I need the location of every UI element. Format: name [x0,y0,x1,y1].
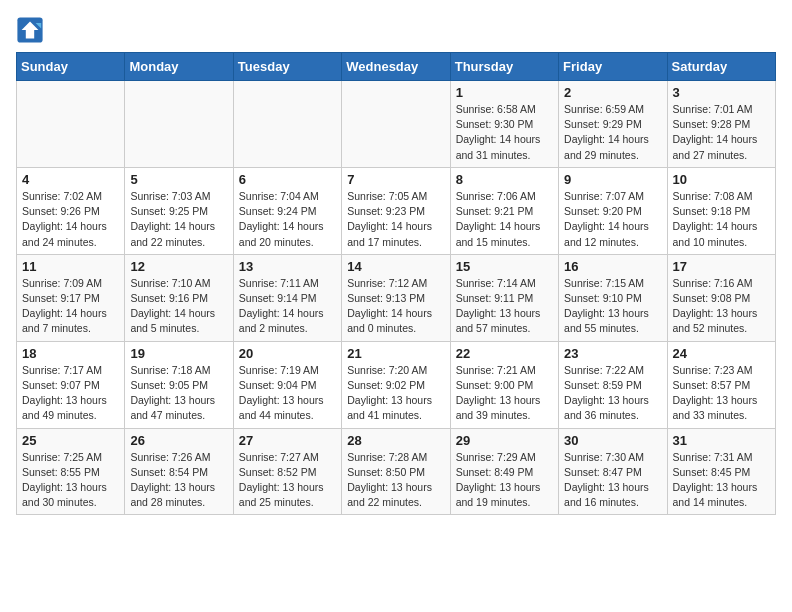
calendar-week-row: 11Sunrise: 7:09 AMSunset: 9:17 PMDayligh… [17,254,776,341]
day-info: Sunrise: 7:09 AMSunset: 9:17 PMDaylight:… [22,276,119,337]
calendar-cell [233,81,341,168]
calendar-cell: 10Sunrise: 7:08 AMSunset: 9:18 PMDayligh… [667,167,775,254]
day-info: Sunrise: 7:03 AMSunset: 9:25 PMDaylight:… [130,189,227,250]
day-number: 30 [564,433,661,448]
calendar-cell: 12Sunrise: 7:10 AMSunset: 9:16 PMDayligh… [125,254,233,341]
day-info: Sunrise: 7:16 AMSunset: 9:08 PMDaylight:… [673,276,770,337]
day-info: Sunrise: 7:19 AMSunset: 9:04 PMDaylight:… [239,363,336,424]
calendar-week-row: 1Sunrise: 6:58 AMSunset: 9:30 PMDaylight… [17,81,776,168]
day-info: Sunrise: 7:23 AMSunset: 8:57 PMDaylight:… [673,363,770,424]
day-info: Sunrise: 7:31 AMSunset: 8:45 PMDaylight:… [673,450,770,511]
day-number: 15 [456,259,553,274]
day-info: Sunrise: 6:58 AMSunset: 9:30 PMDaylight:… [456,102,553,163]
calendar-cell [125,81,233,168]
logo [16,16,48,44]
calendar-cell: 6Sunrise: 7:04 AMSunset: 9:24 PMDaylight… [233,167,341,254]
day-number: 11 [22,259,119,274]
header-row: SundayMondayTuesdayWednesdayThursdayFrid… [17,53,776,81]
weekday-header: Wednesday [342,53,450,81]
calendar-cell: 13Sunrise: 7:11 AMSunset: 9:14 PMDayligh… [233,254,341,341]
calendar-table: SundayMondayTuesdayWednesdayThursdayFrid… [16,52,776,515]
day-info: Sunrise: 7:29 AMSunset: 8:49 PMDaylight:… [456,450,553,511]
day-number: 28 [347,433,444,448]
weekday-header: Tuesday [233,53,341,81]
day-info: Sunrise: 7:08 AMSunset: 9:18 PMDaylight:… [673,189,770,250]
calendar-cell: 3Sunrise: 7:01 AMSunset: 9:28 PMDaylight… [667,81,775,168]
weekday-header: Friday [559,53,667,81]
calendar-cell [342,81,450,168]
calendar-cell: 18Sunrise: 7:17 AMSunset: 9:07 PMDayligh… [17,341,125,428]
day-number: 27 [239,433,336,448]
calendar-cell: 8Sunrise: 7:06 AMSunset: 9:21 PMDaylight… [450,167,558,254]
day-number: 6 [239,172,336,187]
day-number: 23 [564,346,661,361]
day-info: Sunrise: 7:26 AMSunset: 8:54 PMDaylight:… [130,450,227,511]
day-number: 7 [347,172,444,187]
calendar-cell: 20Sunrise: 7:19 AMSunset: 9:04 PMDayligh… [233,341,341,428]
weekday-header: Sunday [17,53,125,81]
day-info: Sunrise: 7:01 AMSunset: 9:28 PMDaylight:… [673,102,770,163]
weekday-header: Monday [125,53,233,81]
day-info: Sunrise: 7:28 AMSunset: 8:50 PMDaylight:… [347,450,444,511]
day-info: Sunrise: 7:11 AMSunset: 9:14 PMDaylight:… [239,276,336,337]
day-number: 1 [456,85,553,100]
day-info: Sunrise: 7:04 AMSunset: 9:24 PMDaylight:… [239,189,336,250]
day-info: Sunrise: 6:59 AMSunset: 9:29 PMDaylight:… [564,102,661,163]
day-number: 17 [673,259,770,274]
day-number: 5 [130,172,227,187]
calendar-cell: 23Sunrise: 7:22 AMSunset: 8:59 PMDayligh… [559,341,667,428]
day-number: 31 [673,433,770,448]
day-info: Sunrise: 7:17 AMSunset: 9:07 PMDaylight:… [22,363,119,424]
calendar-cell: 15Sunrise: 7:14 AMSunset: 9:11 PMDayligh… [450,254,558,341]
day-number: 12 [130,259,227,274]
day-info: Sunrise: 7:15 AMSunset: 9:10 PMDaylight:… [564,276,661,337]
calendar-week-row: 4Sunrise: 7:02 AMSunset: 9:26 PMDaylight… [17,167,776,254]
logo-icon [16,16,44,44]
calendar-cell: 22Sunrise: 7:21 AMSunset: 9:00 PMDayligh… [450,341,558,428]
day-info: Sunrise: 7:14 AMSunset: 9:11 PMDaylight:… [456,276,553,337]
calendar-cell: 17Sunrise: 7:16 AMSunset: 9:08 PMDayligh… [667,254,775,341]
calendar-cell: 26Sunrise: 7:26 AMSunset: 8:54 PMDayligh… [125,428,233,515]
calendar-cell: 25Sunrise: 7:25 AMSunset: 8:55 PMDayligh… [17,428,125,515]
calendar-week-row: 25Sunrise: 7:25 AMSunset: 8:55 PMDayligh… [17,428,776,515]
day-info: Sunrise: 7:05 AMSunset: 9:23 PMDaylight:… [347,189,444,250]
day-info: Sunrise: 7:07 AMSunset: 9:20 PMDaylight:… [564,189,661,250]
calendar-cell: 4Sunrise: 7:02 AMSunset: 9:26 PMDaylight… [17,167,125,254]
day-info: Sunrise: 7:06 AMSunset: 9:21 PMDaylight:… [456,189,553,250]
day-number: 24 [673,346,770,361]
day-info: Sunrise: 7:22 AMSunset: 8:59 PMDaylight:… [564,363,661,424]
day-info: Sunrise: 7:21 AMSunset: 9:00 PMDaylight:… [456,363,553,424]
calendar-cell: 27Sunrise: 7:27 AMSunset: 8:52 PMDayligh… [233,428,341,515]
day-info: Sunrise: 7:12 AMSunset: 9:13 PMDaylight:… [347,276,444,337]
calendar-cell: 16Sunrise: 7:15 AMSunset: 9:10 PMDayligh… [559,254,667,341]
day-number: 19 [130,346,227,361]
calendar-cell [17,81,125,168]
day-number: 20 [239,346,336,361]
day-number: 14 [347,259,444,274]
day-number: 29 [456,433,553,448]
calendar-cell: 31Sunrise: 7:31 AMSunset: 8:45 PMDayligh… [667,428,775,515]
calendar-cell: 1Sunrise: 6:58 AMSunset: 9:30 PMDaylight… [450,81,558,168]
day-number: 4 [22,172,119,187]
page-header [16,16,776,44]
calendar-cell: 11Sunrise: 7:09 AMSunset: 9:17 PMDayligh… [17,254,125,341]
day-info: Sunrise: 7:27 AMSunset: 8:52 PMDaylight:… [239,450,336,511]
day-info: Sunrise: 7:20 AMSunset: 9:02 PMDaylight:… [347,363,444,424]
day-number: 16 [564,259,661,274]
day-number: 8 [456,172,553,187]
day-number: 3 [673,85,770,100]
day-number: 9 [564,172,661,187]
day-info: Sunrise: 7:10 AMSunset: 9:16 PMDaylight:… [130,276,227,337]
weekday-header: Saturday [667,53,775,81]
day-info: Sunrise: 7:18 AMSunset: 9:05 PMDaylight:… [130,363,227,424]
calendar-cell: 14Sunrise: 7:12 AMSunset: 9:13 PMDayligh… [342,254,450,341]
day-number: 2 [564,85,661,100]
calendar-cell: 29Sunrise: 7:29 AMSunset: 8:49 PMDayligh… [450,428,558,515]
calendar-cell: 30Sunrise: 7:30 AMSunset: 8:47 PMDayligh… [559,428,667,515]
day-number: 13 [239,259,336,274]
day-info: Sunrise: 7:30 AMSunset: 8:47 PMDaylight:… [564,450,661,511]
calendar-cell: 28Sunrise: 7:28 AMSunset: 8:50 PMDayligh… [342,428,450,515]
calendar-header: SundayMondayTuesdayWednesdayThursdayFrid… [17,53,776,81]
day-number: 22 [456,346,553,361]
calendar-cell: 21Sunrise: 7:20 AMSunset: 9:02 PMDayligh… [342,341,450,428]
